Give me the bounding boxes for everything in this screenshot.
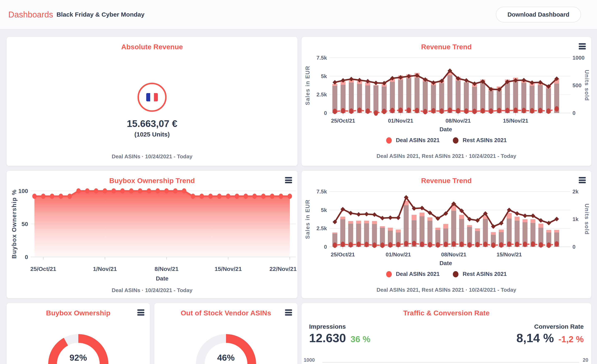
svg-text:08/Nov/21: 08/Nov/21 [441,251,466,258]
svg-text:50: 50 [22,221,28,227]
legend-item-rest[interactable]: Rest ASINs 2021 [453,271,507,277]
legend-item-rest[interactable]: Rest ASINs 2021 [453,137,507,143]
impressions-label: Impressions [309,323,346,330]
nav-dashboards[interactable]: Dashboards [8,10,53,19]
card-title: Out of Stock Vendor ASINs [154,309,298,317]
chart-legend: Deal ASINs 2021 Rest ASINs 2021 [302,271,591,277]
traffic-conversion-card: Traffic & Conversion Rate Impressions 12… [302,303,591,364]
svg-text:Sales in EUR: Sales in EUR [305,199,311,239]
revenue-trend-chart: 02.5k5k7.5k01k2kSales in EURUnits sold25… [302,171,591,298]
card-footer: Deal ASINs 2021, Rest ASINs 2021 · 10/24… [302,153,591,159]
svg-text:500: 500 [573,82,581,88]
revenue-trend-card-top: Revenue Trend 02.5k5k7.5k05001000Sales i… [302,37,591,166]
svg-text:1/Nov/21: 1/Nov/21 [93,266,117,272]
oos-vendor-donut: 46% [196,334,256,364]
revenue-value: 15.663,07 € [7,118,298,129]
legend-label: Deal ASINs 2021 [396,137,440,143]
legend-label: Rest ASINs 2021 [463,271,507,277]
svg-text:25/Oct/21: 25/Oct/21 [30,266,56,272]
svg-text:Date: Date [440,260,452,266]
svg-text:22/Nov/21: 22/Nov/21 [269,266,297,272]
revenue-units: (1025 Units) [7,131,298,138]
oos-vendor-asins-card: Out of Stock Vendor ASINs 46% [154,303,298,364]
svg-text:0: 0 [324,244,327,250]
svg-text:5k: 5k [321,207,327,213]
legend-item-deal[interactable]: Deal ASINs 2021 [386,137,440,143]
chart-legend: Deal ASINs 2021 Rest ASINs 2021 [302,137,591,143]
svg-text:25/Oct/21: 25/Oct/21 [331,251,355,258]
card-footer: Deal ASINs · 10/24/2021 - Today [7,287,298,293]
svg-text:08/Nov/21: 08/Nov/21 [446,118,471,124]
deal-legend-dot-icon [386,137,392,143]
conversion-rate-value: 8,14 % [516,331,554,345]
conversion-rate-kpi: 8,14 % -1,2 % [516,331,584,345]
svg-text:01/Nov/21: 01/Nov/21 [385,251,411,258]
impressions-value: 12.630 [309,331,346,345]
mini-axis-right-tick: 20 [583,357,588,363]
legend-label: Deal ASINs 2021 [396,271,440,277]
legend-label: Rest ASINs 2021 [463,137,507,143]
svg-text:0: 0 [573,244,575,250]
card-title: Buybox Ownership [7,309,150,317]
svg-text:2.5k: 2.5k [316,225,327,231]
revenue-trend-card-bottom: Revenue Trend 02.5k5k7.5k01k2kSales in E… [302,171,591,298]
buybox-ownership-card: Buybox Ownership 92% [7,303,150,364]
breadcrumb: Black Friday & Cyber Monday [56,11,144,18]
svg-text:0: 0 [573,110,575,116]
svg-text:Units sold: Units sold [584,204,590,235]
france-flag-icon [138,83,167,112]
buybox-ownership-donut: 92% [48,334,109,364]
svg-text:15/Nov/21: 15/Nov/21 [215,266,242,272]
card-footer: Deal ASINs · 10/24/2021 - Today [7,153,298,160]
impressions-delta: 36 % [350,334,370,344]
top-header: Dashboards Black Friday & Cyber Monday D… [0,0,597,30]
donut-percent: 92% [48,353,109,363]
svg-text:1k: 1k [573,216,579,222]
svg-text:5k: 5k [321,73,327,79]
absolute-revenue-card: Absolute Revenue 15.663,07 € (1025 Units… [7,37,298,166]
svg-text:Date: Date [156,275,168,282]
chart-menu-icon[interactable] [137,309,144,316]
svg-text:25/Oct/21: 25/Oct/21 [331,118,355,124]
svg-text:2k: 2k [573,189,579,195]
svg-text:Buybox Ownership %: Buybox Ownership % [11,189,17,259]
svg-text:0: 0 [324,110,327,116]
svg-text:15/Nov/21: 15/Nov/21 [503,118,528,124]
conversion-rate-delta: -1,2 % [558,334,584,344]
download-dashboard-button[interactable]: Download Dashboard [496,7,581,23]
dashboard-page: Dashboards Black Friday & Cyber Monday D… [0,0,597,364]
svg-text:8/Nov/21: 8/Nov/21 [155,266,178,272]
mini-axis-left-tick: 1000 [304,357,315,363]
card-title: Absolute Revenue [7,43,298,51]
conversion-rate-label: Conversion Rate [534,323,584,330]
card-footer: Deal ASINs 2021, Rest ASINs 2021 · 10/24… [302,287,591,293]
impressions-kpi: 12.630 36 % [309,331,370,345]
svg-text:Date: Date [440,126,452,133]
svg-text:100: 100 [18,188,28,194]
svg-text:Sales in EUR: Sales in EUR [305,66,311,105]
rest-legend-dot-icon [453,137,458,143]
card-title: Traffic & Conversion Rate [302,309,591,317]
svg-text:01/Nov/21: 01/Nov/21 [388,118,413,124]
svg-text:1000: 1000 [573,55,585,61]
svg-text:7.5k: 7.5k [316,55,327,61]
legend-item-deal[interactable]: Deal ASINs 2021 [386,271,440,277]
buybox-trend-chart: 050100Buybox Ownership %25/Oct/211/Nov/2… [7,171,298,298]
rest-legend-dot-icon [453,271,458,277]
svg-text:Units sold: Units sold [584,70,590,101]
svg-text:0: 0 [25,254,28,260]
chart-menu-icon[interactable] [285,309,292,316]
svg-text:2.5k: 2.5k [316,91,327,98]
revenue-trend-chart: 02.5k5k7.5k05001000Sales in EURUnits sol… [302,37,591,166]
svg-text:7.5k: 7.5k [316,189,327,195]
deal-legend-dot-icon [386,271,392,277]
buybox-trend-card: Buybox Ownership Trend 050100Buybox Owne… [7,171,298,298]
mini-chart-gridline [322,362,579,363]
donut-percent: 46% [196,353,256,363]
svg-text:15/Nov/21: 15/Nov/21 [496,251,522,258]
